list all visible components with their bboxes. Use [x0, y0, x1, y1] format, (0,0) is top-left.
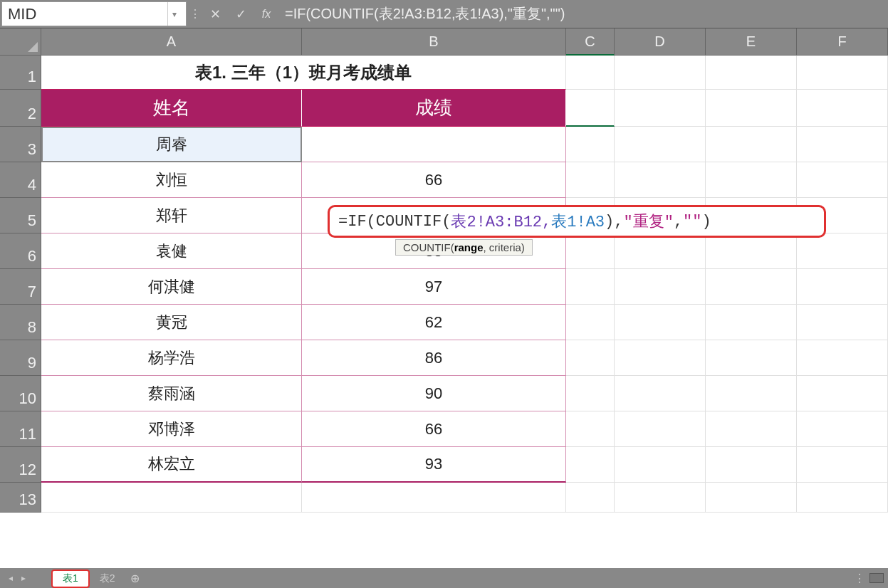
cell-D6[interactable] [615, 233, 706, 269]
header-score[interactable]: 成绩 [302, 90, 566, 127]
title-cell[interactable]: 表1. 三年（1）班月考成绩单 [41, 56, 566, 90]
cell-C10[interactable] [566, 376, 615, 411]
cell-F10[interactable] [797, 376, 888, 411]
cell-E13[interactable] [706, 483, 797, 513]
sheet-nav-prev[interactable]: ◂ [4, 573, 17, 583]
cell-F8[interactable] [797, 305, 888, 340]
cell-E7[interactable] [706, 269, 797, 305]
cell-F3[interactable] [797, 127, 888, 162]
cell-E1[interactable] [706, 56, 797, 90]
row-header-11[interactable]: 11 [0, 411, 41, 447]
cell-A10[interactable]: 蔡雨涵 [41, 376, 302, 411]
cell-D2[interactable] [615, 90, 706, 127]
col-header-F[interactable]: F [797, 28, 888, 56]
cell-C4[interactable] [566, 162, 615, 198]
cell-C1[interactable] [566, 56, 615, 90]
cell-B7[interactable]: 97 [302, 269, 566, 305]
add-sheet-button[interactable]: ⊕ [125, 572, 145, 585]
cell-C2[interactable] [566, 90, 615, 127]
cell-D9[interactable] [615, 340, 706, 376]
cell-A8[interactable]: 黄冠 [41, 305, 302, 340]
name-box[interactable]: MID ▾ [1, 1, 187, 26]
cell-B10[interactable]: 90 [302, 376, 566, 411]
cell-E10[interactable] [706, 376, 797, 411]
cell-F13[interactable] [797, 483, 888, 513]
cell-C11[interactable] [566, 411, 615, 447]
cell-E4[interactable] [706, 162, 797, 198]
col-header-A[interactable]: A [41, 28, 302, 56]
cell-A9[interactable]: 杨学浩 [41, 340, 302, 376]
formula-edit-overlay[interactable]: =IF(COUNTIF(表2!A3:B12,表1!A3),"重复","") [328, 205, 826, 238]
cell-B12[interactable]: 93 [302, 447, 566, 483]
cell-A3[interactable]: 周睿 [41, 127, 302, 162]
row-header-12[interactable]: 12 [0, 447, 41, 483]
cell-A5[interactable]: 郑轩 [41, 198, 302, 233]
cell-D7[interactable] [615, 269, 706, 305]
cell-B8[interactable]: 62 [302, 305, 566, 340]
sheet-tab-active[interactable]: 表1 [51, 569, 90, 588]
select-all-corner[interactable] [0, 28, 41, 56]
cell-B11[interactable]: 66 [302, 411, 566, 447]
cell-A12[interactable]: 林宏立 [41, 447, 302, 483]
col-header-B[interactable]: B [302, 28, 566, 56]
cell-C12[interactable] [566, 447, 615, 483]
col-header-C[interactable]: C [566, 28, 615, 56]
cell-D8[interactable] [615, 305, 706, 340]
row-header-2[interactable]: 2 [0, 90, 41, 127]
cell-C9[interactable] [566, 340, 615, 376]
cell-C6[interactable] [566, 233, 615, 269]
scroll-menu-icon[interactable]: ⋮ [854, 572, 865, 585]
cell-D10[interactable] [615, 376, 706, 411]
row-header-10[interactable]: 10 [0, 376, 41, 411]
cell-F2[interactable] [797, 90, 888, 127]
row-header-5[interactable]: 5 [0, 198, 41, 233]
cell-D12[interactable] [615, 447, 706, 483]
cell-C8[interactable] [566, 305, 615, 340]
cell-D3[interactable] [615, 127, 706, 162]
cell-B9[interactable]: 86 [302, 340, 566, 376]
cell-C7[interactable] [566, 269, 615, 305]
cell-F4[interactable] [797, 162, 888, 198]
cell-D11[interactable] [615, 411, 706, 447]
row-header-9[interactable]: 9 [0, 340, 41, 376]
name-box-dropdown-icon[interactable]: ▾ [167, 2, 180, 26]
row-header-3[interactable]: 3 [0, 127, 41, 162]
cell-C13[interactable] [566, 483, 615, 513]
sheet-nav-next[interactable]: ▸ [17, 573, 30, 583]
cell-F9[interactable] [797, 340, 888, 376]
header-name[interactable]: 姓名 [41, 90, 302, 127]
insert-function-button[interactable]: fx [254, 0, 279, 28]
cell-F7[interactable] [797, 269, 888, 305]
row-header-13[interactable]: 13 [0, 483, 41, 513]
cell-E11[interactable] [706, 411, 797, 447]
row-header-6[interactable]: 6 [0, 233, 41, 269]
cell-B3[interactable] [302, 127, 566, 162]
col-header-D[interactable]: D [615, 28, 706, 56]
cell-F1[interactable] [797, 56, 888, 90]
cell-E9[interactable] [706, 340, 797, 376]
cell-E3[interactable] [706, 127, 797, 162]
formula-input[interactable]: =IF(COUNTIF(表2!A3:B12,表1!A3),"重复","") [279, 0, 888, 28]
enter-formula-button[interactable]: ✓ [228, 0, 254, 28]
row-header-1[interactable]: 1 [0, 56, 41, 90]
cell-F11[interactable] [797, 411, 888, 447]
cell-A11[interactable]: 邓博泽 [41, 411, 302, 447]
cell-B4[interactable]: 66 [302, 162, 566, 198]
row-header-7[interactable]: 7 [0, 269, 41, 305]
cell-A4[interactable]: 刘恒 [41, 162, 302, 198]
cell-F6[interactable] [797, 233, 888, 269]
cell-A7[interactable]: 何淇健 [41, 269, 302, 305]
cancel-formula-button[interactable]: ✕ [202, 0, 228, 28]
cell-C3[interactable] [566, 127, 615, 162]
cell-F12[interactable] [797, 447, 888, 483]
cell-E6[interactable] [706, 233, 797, 269]
row-header-4[interactable]: 4 [0, 162, 41, 198]
cell-A13[interactable] [41, 483, 302, 513]
cell-A6[interactable]: 袁健 [41, 233, 302, 269]
row-header-8[interactable]: 8 [0, 305, 41, 340]
cell-E2[interactable] [706, 90, 797, 127]
cell-E8[interactable] [706, 305, 797, 340]
cell-D13[interactable] [615, 483, 706, 513]
hscroll-left-button[interactable] [869, 573, 884, 583]
col-header-E[interactable]: E [706, 28, 797, 56]
